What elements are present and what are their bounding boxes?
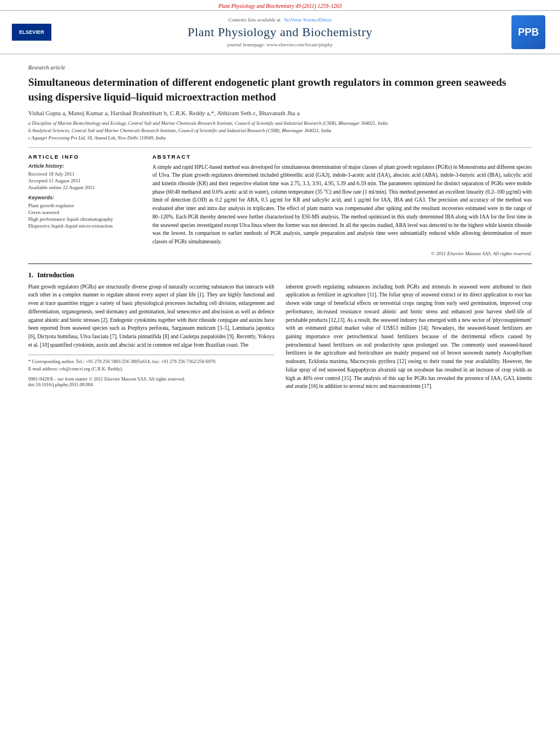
journal-homepage: journal homepage: www.elsevier.com/locat… [60, 42, 500, 47]
elsevier-text: ELSEVIER [19, 29, 45, 35]
intro-title-text: Introduction [37, 271, 74, 279]
abstract-heading: ABSTRACT [152, 154, 532, 160]
affiliation-c: c Aquagri Processing Pvt Ltd, 18, Anand … [28, 134, 532, 142]
article-info-heading-text: ARTICLE INFO [28, 154, 80, 160]
main-content: Research article Simultaneous determinat… [0, 54, 560, 396]
authors-text: Vishal Gupta a, Manoj Kumar a, Harshad B… [28, 110, 300, 116]
received-text: Received 18 July 2011 [28, 171, 75, 177]
abstract-text: A simple and rapid HPLC-based method was… [152, 163, 532, 246]
copyright: © 2011 Elsevier Masson SAS. All rights r… [152, 251, 532, 256]
article-title-text: Simultaneous determination of different … [28, 76, 506, 103]
citation-text: Plant Physiology and Biochemistry 49 (20… [218, 3, 342, 9]
journal-title: Plant Physiology and Biochemistry [60, 25, 500, 40]
doi-line: doi:10.1016/j.plaphy.2011.08.004 [28, 382, 274, 387]
affiliations: a Discipline of Marine Biotechnology and… [28, 120, 532, 141]
keywords-label-text: Keywords: [28, 195, 54, 200]
keyword-4: Dispersive liquid–liquid micro-extractio… [28, 223, 141, 229]
article-title: Simultaneous determination of different … [28, 75, 532, 104]
keyword-3: High performance liquid chromatography [28, 216, 141, 222]
journal-citation: Plant Physiology and Biochemistry 49 (20… [0, 0, 560, 10]
available-date: Available online 22 August 2011 [28, 185, 141, 190]
journal-title-text: Plant Physiology and Biochemistry [187, 25, 373, 39]
abstract-col: ABSTRACT A simple and rapid HPLC-based m… [152, 154, 532, 256]
keyword-1: Plant growth regulator [28, 203, 141, 208]
keywords-section: Keywords: Plant growth regulator Green s… [28, 195, 141, 229]
history-label-text: Article history: [28, 163, 64, 169]
authors: Vishal Gupta a, Manoj Kumar a, Harshad B… [28, 110, 532, 116]
footer-ids: 0981-9428/$ – see front matter © 2011 El… [28, 376, 274, 387]
copyright-text: © 2011 Elsevier Masson SAS. All rights r… [431, 251, 532, 256]
ppb-logo: PPB [511, 15, 545, 49]
intro-title: 1. Introduction [28, 271, 532, 279]
elsevier-logo: ELSEVIER [12, 24, 51, 41]
footnotes: * Corresponding author. Tel.: +91 278 25… [28, 355, 274, 372]
accepted-date: Accepted 11 August 2011 [28, 178, 141, 184]
homepage-text: journal homepage: www.elsevier.com/locat… [228, 42, 333, 47]
header-left: ELSEVIER [9, 24, 54, 41]
abstract-heading-text: ABSTRACT [152, 154, 191, 160]
article-type: Research article [28, 64, 532, 71]
received-date: Received 18 July 2011 [28, 171, 141, 177]
article-info-abstract: ARTICLE INFO Article history: Received 1… [28, 154, 532, 256]
article-info-heading: ARTICLE INFO [28, 154, 141, 160]
issn-line: 0981-9428/$ – see front matter © 2011 El… [28, 376, 274, 382]
intro-left-text: Plant growth regulators (PGRs) are struc… [28, 283, 274, 350]
intro-left: Plant growth regulators (PGRs) are struc… [28, 283, 274, 391]
abstract-body: A simple and rapid HPLC-based method was… [152, 164, 532, 244]
intro-left-body: Plant growth regulators (PGRs) are struc… [28, 284, 274, 348]
intro-right-text: inherent growth regulating substances in… [286, 283, 532, 391]
ppb-text: PPB [518, 27, 539, 38]
affiliation-a: a Discipline of Marine Biotechnology and… [28, 120, 532, 127]
intro-number: 1. [28, 271, 33, 279]
header-divider [28, 147, 532, 148]
section-divider [28, 263, 532, 264]
intro-section: Plant growth regulators (PGRs) are struc… [28, 283, 532, 391]
email-note: E-mail address: crk@csmcri.org (C.R.K. R… [28, 366, 274, 372]
article-info-col: ARTICLE INFO Article history: Received 1… [28, 154, 141, 256]
sciverse-prefix: Contents lists available at [229, 17, 281, 23]
keywords-label: Keywords: [28, 195, 141, 200]
accepted-text: Accepted 11 August 2011 [28, 178, 81, 184]
corresponding-author-note: * Corresponding author. Tel.: +91 278 25… [28, 359, 274, 364]
affiliation-b: b Analytical Sciences, Central Salt and … [28, 127, 532, 134]
intro-right: inherent growth regulating substances in… [286, 283, 532, 391]
history-label: Article history: [28, 163, 141, 169]
header-right: PPB [506, 15, 551, 49]
email-text: E-mail address: crk@csmcri.org (C.R.K. R… [28, 366, 123, 372]
available-text: Available online 22 August 2011 [28, 185, 95, 190]
article-type-text: Research article [28, 64, 65, 71]
intro-right-body: inherent growth regulating substances in… [286, 284, 532, 390]
keyword-2: Green seaweed [28, 209, 141, 215]
header-center: Contents lists available at SciVerse Sci… [60, 17, 500, 47]
sciverse-line: Contents lists available at SciVerse Sci… [60, 17, 500, 23]
sciverse-link[interactable]: SciVerse ScienceDirect [284, 17, 331, 23]
journal-header: ELSEVIER Contents lists available at Sci… [0, 10, 560, 54]
